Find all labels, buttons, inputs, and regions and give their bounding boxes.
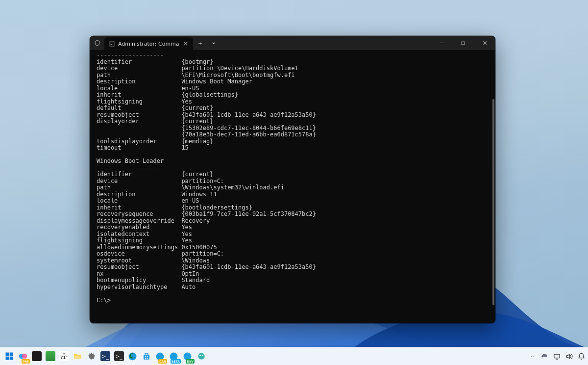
svg-marker-30 (567, 354, 570, 359)
desktop: >_ Administrator: Command Pro ✕ ＋ (0, 0, 588, 365)
svg-rect-7 (9, 353, 13, 356)
close-button[interactable] (474, 36, 495, 50)
svg-rect-19 (145, 358, 146, 359)
svg-rect-20 (147, 358, 147, 359)
terminal-window: >_ Administrator: Command Pro ✕ ＋ (90, 36, 495, 323)
svg-point-11 (22, 354, 27, 359)
taskbar-app-copilot[interactable]: PRE (17, 350, 29, 363)
svg-rect-9 (9, 357, 13, 360)
start-button[interactable] (3, 350, 15, 363)
notifications-icon[interactable] (578, 353, 585, 360)
svg-point-26 (201, 355, 203, 356)
tray-overflow-button[interactable] (529, 353, 536, 360)
volume-icon[interactable] (565, 353, 573, 360)
onedrive-icon[interactable] (541, 353, 548, 360)
weather-widget[interactable]: ☀71° (58, 350, 70, 363)
terminal-app-button[interactable]: >_ (113, 350, 125, 363)
taskbar: PRE ☀71° >_ >_ CAN BETA DEV (0, 347, 588, 365)
svg-rect-12 (74, 355, 81, 359)
store-button[interactable] (140, 350, 152, 363)
svg-rect-6 (5, 353, 9, 356)
terminal-output[interactable]: ------------------- identifier {bootmgr}… (90, 50, 495, 323)
svg-point-25 (199, 355, 201, 356)
tab-close-button[interactable]: ✕ (182, 40, 189, 47)
titlebar[interactable]: >_ Administrator: Command Pro ✕ ＋ (90, 36, 495, 50)
command-prompt-icon: >_ (108, 40, 115, 47)
svg-text:>_: >_ (110, 42, 114, 46)
maximize-button[interactable] (452, 36, 474, 50)
svg-rect-16 (145, 353, 148, 355)
edge-dev-button[interactable]: DEV (181, 350, 194, 363)
edge-canary-button[interactable]: CAN (154, 350, 166, 363)
taskbar-app-green[interactable] (44, 350, 56, 363)
shield-icon (90, 36, 104, 50)
tab-title: Administrator: Command Pro (118, 41, 179, 47)
tabs-dropdown-button[interactable] (207, 36, 220, 50)
taskbar-app-misc[interactable] (195, 350, 207, 363)
taskbar-app-dark[interactable] (30, 350, 43, 363)
svg-rect-27 (554, 354, 560, 358)
new-tab-button[interactable]: ＋ (193, 36, 207, 50)
powershell-button[interactable]: >_ (99, 350, 111, 363)
settings-button[interactable] (85, 350, 98, 363)
minimize-button[interactable] (431, 36, 452, 50)
file-explorer-button[interactable] (72, 350, 84, 363)
tab-command-prompt[interactable]: >_ Administrator: Command Pro ✕ (104, 37, 193, 50)
edge-beta-button[interactable]: BETA (168, 350, 180, 363)
svg-rect-3 (462, 42, 465, 45)
edge-button[interactable] (126, 350, 139, 363)
svg-rect-18 (147, 356, 147, 357)
svg-point-24 (198, 353, 205, 360)
svg-rect-8 (5, 357, 9, 360)
scrollbar-thumb[interactable] (492, 99, 494, 305)
svg-rect-17 (145, 356, 146, 357)
network-icon[interactable] (553, 353, 561, 360)
